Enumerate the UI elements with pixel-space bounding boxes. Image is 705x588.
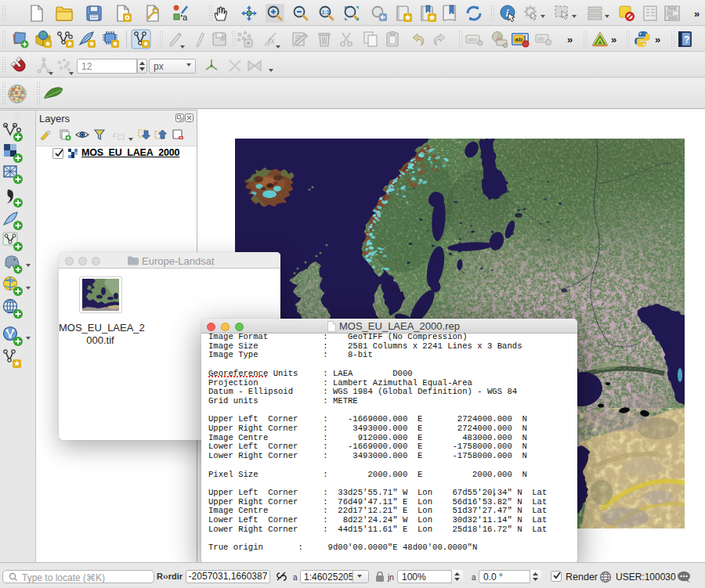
svg-text:»: » — [611, 34, 616, 45]
svg-text:»: » — [567, 34, 573, 45]
svg-text:ε: ε — [113, 129, 117, 139]
svg-text:a: a — [183, 13, 188, 22]
svg-text:fx: fx — [268, 35, 275, 46]
svg-text:abc: abc — [468, 36, 478, 43]
svg-text:?: ? — [684, 34, 689, 45]
svg-text:»: » — [655, 34, 660, 45]
svg-text:ab: ab — [515, 36, 522, 43]
svg-text:ab: ab — [537, 35, 544, 42]
svg-text:1:1: 1:1 — [322, 9, 330, 15]
svg-text:»: » — [694, 8, 700, 20]
